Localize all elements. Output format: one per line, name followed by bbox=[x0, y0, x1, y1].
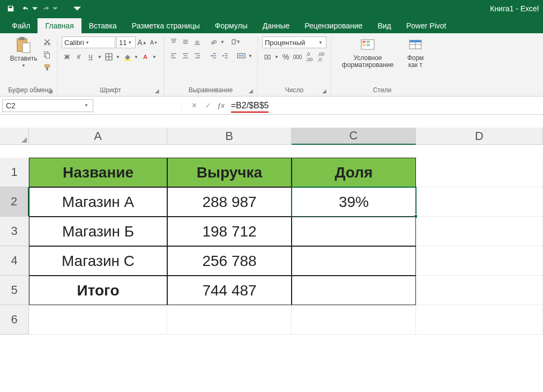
tab-insert[interactable]: Вставка bbox=[81, 18, 124, 33]
font-name-select[interactable]: Calibri▼ bbox=[62, 36, 115, 48]
tab-data[interactable]: Данные bbox=[255, 18, 297, 33]
cell-B4[interactable]: 256 788 bbox=[167, 246, 292, 276]
underline-dropdown-icon[interactable]: ▼ bbox=[97, 51, 102, 62]
italic-button[interactable]: К bbox=[73, 51, 84, 62]
cell-B2[interactable]: 288 987 bbox=[167, 187, 292, 217]
col-header-A[interactable]: A bbox=[29, 128, 167, 145]
cell-D2[interactable] bbox=[416, 187, 543, 217]
cell-C6[interactable] bbox=[292, 305, 416, 335]
row-header-5[interactable]: 5 bbox=[0, 276, 29, 305]
redo-dropdown-icon[interactable] bbox=[53, 2, 58, 15]
cell-C2[interactable]: 39% bbox=[292, 187, 416, 217]
name-box[interactable]: C2▼ bbox=[2, 99, 93, 112]
cell-C4[interactable] bbox=[292, 246, 416, 276]
row-header-1[interactable]: 1 bbox=[0, 158, 29, 187]
qat-customize-icon[interactable] bbox=[71, 2, 84, 15]
percent-icon[interactable]: % bbox=[280, 51, 291, 62]
cancel-formula-icon[interactable]: ✕ bbox=[188, 100, 200, 112]
fill-color-icon[interactable] bbox=[122, 51, 132, 62]
orientation-dropdown-icon[interactable]: ▼ bbox=[220, 36, 225, 47]
cell-B5[interactable]: 744 487 bbox=[167, 276, 292, 305]
font-color-icon[interactable]: А bbox=[140, 51, 151, 62]
tab-review[interactable]: Рецензирование bbox=[297, 18, 370, 33]
increase-font-icon[interactable]: A▲ bbox=[137, 37, 147, 48]
number-format-select[interactable]: Процентный▼ bbox=[262, 36, 326, 48]
increase-indent-icon[interactable] bbox=[220, 50, 230, 61]
undo-icon[interactable] bbox=[19, 2, 32, 15]
launcher-icon[interactable]: ◢ bbox=[322, 88, 326, 94]
cell-D3[interactable] bbox=[416, 217, 543, 246]
redo-icon[interactable] bbox=[40, 2, 53, 15]
align-center-icon[interactable] bbox=[180, 50, 191, 61]
wrap-text-icon[interactable] bbox=[230, 36, 241, 47]
cell-D5[interactable] bbox=[416, 276, 543, 305]
row-header-2[interactable]: 2 bbox=[0, 187, 29, 217]
format-painter-icon[interactable] bbox=[42, 62, 53, 73]
cell-B3[interactable]: 198 712 bbox=[167, 217, 292, 246]
cell-B1[interactable]: Выручка bbox=[167, 158, 292, 187]
currency-icon[interactable] bbox=[262, 51, 273, 62]
launcher-icon[interactable]: ◢ bbox=[249, 88, 253, 94]
tab-powerpivot[interactable]: Power Pivot bbox=[399, 18, 454, 33]
cell-A4[interactable]: Магазин С bbox=[29, 246, 167, 276]
undo-dropdown-icon[interactable] bbox=[32, 2, 38, 15]
enter-formula-icon[interactable]: ✓ bbox=[202, 100, 214, 112]
bold-button[interactable]: Ж bbox=[62, 51, 72, 62]
col-header-B[interactable]: B bbox=[167, 128, 292, 145]
cell-A1[interactable]: Название bbox=[29, 158, 167, 187]
merge-dropdown-icon[interactable]: ▼ bbox=[248, 50, 253, 61]
tab-view[interactable]: Вид bbox=[370, 18, 398, 33]
decrease-indent-icon[interactable] bbox=[208, 50, 219, 61]
tab-file[interactable]: Файл bbox=[4, 18, 38, 33]
cell-A5[interactable]: Итого bbox=[29, 276, 167, 305]
col-header-C[interactable]: C bbox=[292, 128, 416, 145]
tab-formulas[interactable]: Формулы bbox=[207, 18, 255, 33]
border-icon[interactable] bbox=[103, 51, 114, 62]
align-top-icon[interactable] bbox=[168, 36, 179, 47]
decrease-font-icon[interactable]: A▼ bbox=[148, 37, 159, 48]
cell-C3[interactable] bbox=[292, 217, 416, 246]
format-as-table-button[interactable]: Форм как т bbox=[402, 36, 429, 69]
cell-A3[interactable]: Магазин Б bbox=[29, 217, 167, 246]
row-header-6[interactable]: 6 bbox=[0, 305, 29, 335]
cell-D4[interactable] bbox=[416, 246, 543, 276]
conditional-formatting-button[interactable]: Условное форматирование bbox=[336, 36, 400, 69]
thousands-icon[interactable]: 000 bbox=[292, 51, 303, 62]
tab-pagelayout[interactable]: Разметка страницы bbox=[124, 18, 207, 33]
cell-C5[interactable] bbox=[292, 276, 416, 305]
currency-dropdown-icon[interactable]: ▼ bbox=[274, 51, 279, 62]
cell-A2[interactable]: Магазин А bbox=[29, 187, 167, 217]
select-all-corner[interactable] bbox=[0, 128, 29, 145]
increase-decimal-icon[interactable]: ,0,00 bbox=[304, 51, 315, 62]
cell-D6[interactable] bbox=[416, 305, 543, 335]
orientation-icon[interactable]: ab bbox=[208, 36, 219, 47]
cell-D1[interactable] bbox=[416, 158, 543, 187]
align-middle-icon[interactable] bbox=[180, 36, 191, 47]
font-color-dropdown-icon[interactable]: ▼ bbox=[152, 51, 157, 62]
align-left-icon[interactable] bbox=[168, 50, 179, 61]
row-header-3[interactable]: 3 bbox=[0, 217, 29, 246]
cell-A6[interactable] bbox=[29, 305, 167, 335]
align-right-icon[interactable] bbox=[192, 50, 203, 61]
border-dropdown-icon[interactable]: ▼ bbox=[115, 51, 121, 62]
fx-icon[interactable]: ƒx bbox=[217, 101, 225, 109]
copy-icon[interactable] bbox=[42, 49, 53, 60]
tab-home[interactable]: Главная bbox=[38, 18, 81, 33]
merge-icon[interactable] bbox=[236, 50, 247, 61]
launcher-icon[interactable]: ◢ bbox=[48, 88, 53, 94]
group-clipboard: Вставить ▼ Буфер обмена◢ bbox=[3, 36, 57, 96]
align-bottom-icon[interactable] bbox=[192, 36, 203, 47]
launcher-icon[interactable]: ◢ bbox=[155, 88, 159, 94]
decrease-decimal-icon[interactable]: ,00,0 bbox=[316, 51, 326, 62]
cell-B6[interactable] bbox=[167, 305, 292, 335]
underline-button[interactable]: Ч bbox=[85, 51, 96, 62]
cut-icon[interactable] bbox=[42, 36, 53, 47]
cell-C1[interactable]: Доля bbox=[292, 158, 416, 187]
paste-button[interactable]: Вставить ▼ bbox=[8, 36, 40, 68]
save-icon[interactable] bbox=[4, 2, 17, 15]
font-size-select[interactable]: 11▼ bbox=[116, 36, 136, 48]
row-header-4[interactable]: 4 bbox=[0, 246, 29, 276]
fill-dropdown-icon[interactable]: ▼ bbox=[133, 51, 139, 62]
col-header-D[interactable]: D bbox=[416, 128, 543, 145]
formula-input[interactable]: =B2/$B$5 bbox=[231, 101, 269, 110]
